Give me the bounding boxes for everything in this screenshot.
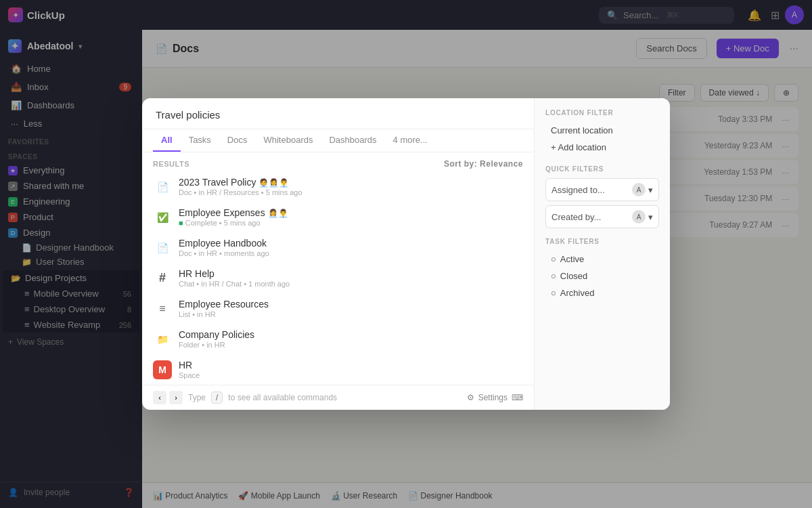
task-filter-archived[interactable]: ○ Archived: [545, 284, 659, 301]
modal-overlay[interactable]: Travel policies All Tasks Docs Whiteboar…: [0, 0, 812, 508]
results-list: 📄 2023 Travel Policy 🧑‍💼👩‍💼👨‍💼 Doc • in …: [142, 171, 534, 385]
filter-icon: ○: [551, 271, 556, 281]
filter-label: Active: [560, 254, 584, 264]
type-label: Type: [188, 393, 206, 402]
dropdown-chevron: ▾: [648, 212, 653, 222]
filter-label: Closed: [560, 271, 587, 281]
created-by-dropdown[interactable]: Created by... A ▾: [545, 205, 659, 228]
settings-icon: ⚙: [467, 393, 474, 402]
result-body: HR Space: [179, 360, 523, 379]
tab-all[interactable]: All: [153, 129, 181, 152]
task-filters-title: TASK FILTERS: [545, 238, 659, 245]
quick-filters-title: QUICK FILTERS: [545, 165, 659, 173]
result-item[interactable]: # HR Help Chat • in HR / Chat • 1 month …: [142, 263, 534, 293]
result-item[interactable]: 📄 Employee Handbook Doc • in HR • moment…: [142, 232, 534, 263]
result-title: Employee Handbook: [179, 238, 523, 249]
results-label: RESULTS Sort by: Relevance: [142, 152, 534, 171]
keyboard-icon: ⌨: [512, 393, 523, 402]
add-location-option[interactable]: + Add location: [545, 139, 659, 156]
created-avatar: A: [632, 210, 646, 224]
task-filter-closed[interactable]: ○ Closed: [545, 268, 659, 284]
result-meta: List • in HR: [179, 310, 523, 318]
tab-tasks[interactable]: Tasks: [181, 129, 219, 152]
task-filter-active[interactable]: ○ Active: [545, 251, 659, 268]
tab-dashboards[interactable]: Dashboards: [321, 129, 384, 152]
assigned-avatar: A: [632, 183, 646, 196]
result-item[interactable]: 📁 Company Policies Folder • in HR: [142, 324, 534, 354]
result-item[interactable]: ✅ Employee Expenses 👩‍💼👨‍💼 ■ Complete • …: [142, 202, 534, 232]
filter-icon: ○: [551, 288, 556, 298]
modal-search-query[interactable]: Travel policies: [156, 109, 520, 121]
modal-footer: ‹ › Type / to see all available commands…: [142, 385, 534, 410]
search-modal: Travel policies All Tasks Docs Whiteboar…: [142, 98, 670, 410]
result-title: 2023 Travel Policy 🧑‍💼👩‍💼👨‍💼: [179, 177, 523, 188]
assigned-to-dropdown[interactable]: Assigned to... A ▾: [545, 178, 659, 201]
created-by-label: Created by...: [551, 212, 601, 222]
result-body: Company Policies Folder • in HR: [179, 329, 523, 349]
modal-left-panel: Travel policies All Tasks Docs Whiteboar…: [142, 98, 535, 410]
filter-label: Archived: [560, 288, 595, 298]
result-title: Company Policies: [179, 329, 523, 340]
result-icon: M: [153, 360, 172, 379]
result-title: HR: [179, 360, 523, 371]
result-meta: Space: [179, 371, 523, 379]
result-body: 2023 Travel Policy 🧑‍💼👩‍💼👨‍💼 Doc • in HR…: [179, 177, 523, 196]
tab-whiteboards[interactable]: Whiteboards: [255, 129, 321, 152]
result-icon: ✅: [153, 208, 172, 227]
location-filter-title: LOCATION FILTER: [545, 109, 659, 117]
result-icon: 📁: [153, 330, 172, 349]
result-meta: Chat • in HR / Chat • 1 month ago: [179, 280, 523, 288]
result-meta: Doc • in HR / Resources • 5 mins ago: [179, 188, 523, 196]
result-icon: #: [153, 269, 172, 288]
current-location-option[interactable]: Current location: [545, 122, 659, 139]
result-meta: Folder • in HR: [179, 341, 523, 349]
settings-label: Settings: [478, 393, 508, 402]
modal-search-bar: Travel policies: [142, 98, 534, 129]
tab-more[interactable]: 4 more...: [385, 129, 436, 152]
dropdown-chevron: ▾: [648, 185, 653, 195]
slash-label: /: [211, 391, 223, 404]
result-body: Employee Handbook Doc • in HR • moments …: [179, 238, 523, 257]
result-item[interactable]: M HR Space: [142, 354, 534, 385]
result-icon: 📄: [153, 238, 172, 257]
tab-docs[interactable]: Docs: [219, 129, 256, 152]
result-icon: 📄: [153, 177, 172, 196]
result-title: Employee Expenses 👩‍💼👨‍💼: [179, 207, 523, 218]
filter-icon: ○: [551, 254, 556, 264]
result-meta: Doc • in HR • moments ago: [179, 249, 523, 257]
sort-label: Sort by: Relevance: [444, 159, 523, 169]
nav-next-button[interactable]: ›: [169, 391, 183, 404]
settings-button[interactable]: ⚙ Settings ⌨: [467, 393, 523, 402]
nav-prev-button[interactable]: ‹: [153, 391, 166, 404]
result-body: Employee Expenses 👩‍💼👨‍💼 ■ Complete • 5 …: [179, 207, 523, 227]
hint-text: to see all available commands: [228, 393, 337, 402]
result-body: HR Help Chat • in HR / Chat • 1 month ag…: [179, 268, 523, 288]
result-item[interactable]: 📄 2023 Travel Policy 🧑‍💼👩‍💼👨‍💼 Doc • in …: [142, 171, 534, 202]
result-icon: ≡: [153, 299, 172, 318]
result-title: Employee Resources: [179, 299, 523, 310]
modal-right-panel: LOCATION FILTER Current location + Add l…: [535, 98, 670, 410]
result-meta: ■ Complete • 5 mins ago: [179, 219, 523, 227]
nav-buttons: ‹ ›: [153, 391, 183, 404]
result-item[interactable]: ≡ Employee Resources List • in HR: [142, 293, 534, 324]
result-title: HR Help: [179, 268, 523, 279]
assigned-to-label: Assigned to...: [551, 185, 605, 195]
modal-tabs: All Tasks Docs Whiteboards Dashboards 4 …: [142, 129, 534, 152]
result-body: Employee Resources List • in HR: [179, 299, 523, 318]
